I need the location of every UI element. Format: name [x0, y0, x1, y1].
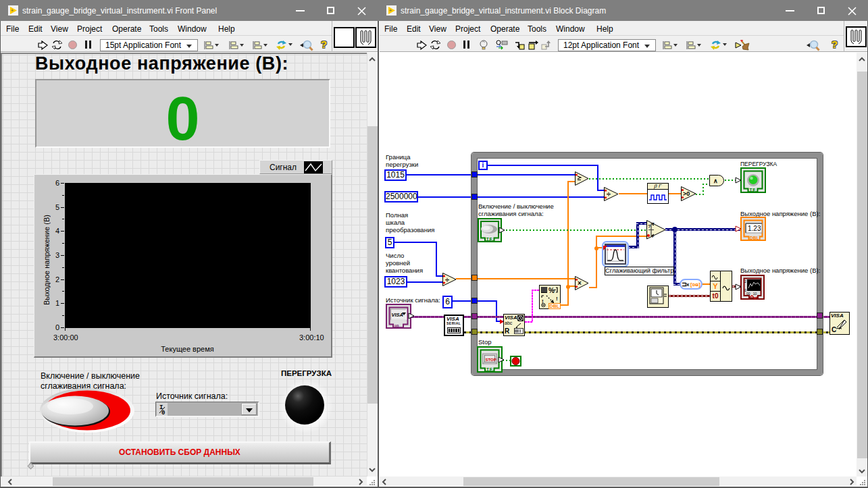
svg-text:>0: >0: [683, 190, 690, 197]
svg-text:VISA: VISA: [392, 312, 404, 318]
svg-text:F: F: [652, 234, 655, 238]
svg-text:STOP: STOP: [486, 358, 496, 362]
svg-text:÷: ÷: [445, 275, 449, 283]
svg-text:TF: TF: [750, 188, 757, 192]
svg-text:T: T: [652, 222, 655, 226]
svg-text:×: ×: [578, 279, 582, 287]
svg-text:∧: ∧: [713, 178, 718, 184]
svg-text:%: %: [548, 287, 555, 294]
svg-text:00 10: 00 10: [746, 292, 757, 296]
svg-text:x: x: [686, 281, 690, 288]
svg-text:÷: ÷: [607, 190, 611, 198]
svg-text:?: ?: [648, 224, 650, 229]
svg-text:!: !: [556, 296, 558, 302]
svg-text:+: +: [389, 8, 392, 13]
svg-text:[ᴅᴃ]: [ᴅᴃ]: [690, 281, 700, 288]
svg-text:DBL: DBL: [750, 236, 759, 240]
svg-text:TF: TF: [486, 367, 493, 372]
svg-text:1.23: 1.23: [748, 225, 761, 232]
svg-text:+: +: [11, 8, 14, 13]
svg-text:TF: TF: [486, 237, 493, 242]
svg-text:I/0: I/0: [394, 324, 399, 328]
svg-text:2: 2: [744, 279, 746, 283]
